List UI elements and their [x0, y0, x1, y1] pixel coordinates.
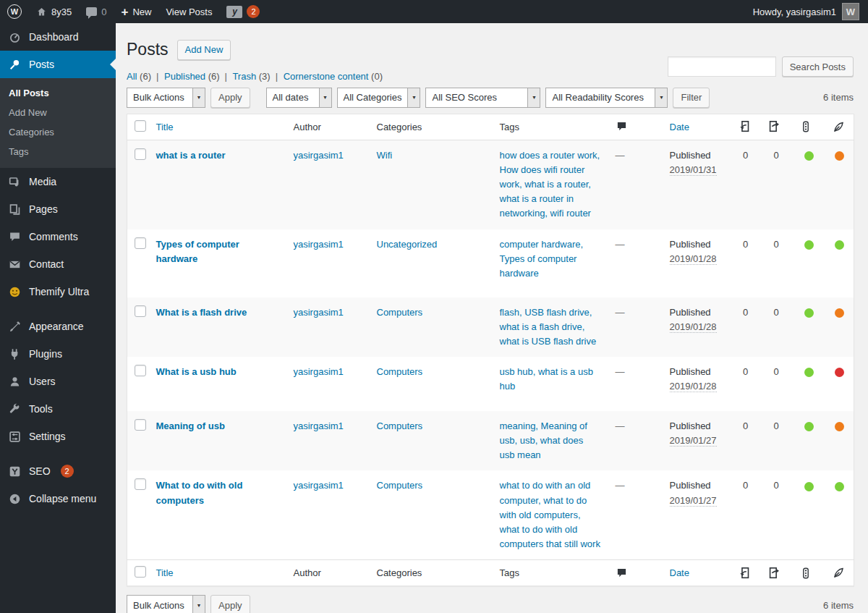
row-checkbox[interactable]: [135, 419, 146, 431]
category-link[interactable]: Uncategorized: [377, 239, 438, 250]
bulk-actions-select-bottom[interactable]: Bulk Actions ▼: [127, 595, 205, 613]
post-status: Published: [670, 150, 711, 161]
row-checkbox[interactable]: [135, 365, 146, 376]
admin-bar-yoast[interactable]: y 2: [219, 0, 267, 23]
sliders-icon: [7, 429, 22, 444]
view-cornerstone[interactable]: Cornerstone content: [284, 71, 369, 82]
post-title-link[interactable]: What to do with old computers: [156, 480, 243, 505]
sort-title-header[interactable]: Title: [156, 567, 174, 578]
post-title-link[interactable]: What is a usb hub: [156, 366, 237, 377]
comment-count: —: [616, 366, 625, 377]
tags-links[interactable]: usb hub, what is a usb hub: [500, 366, 593, 392]
sort-date-header[interactable]: Date: [670, 567, 689, 578]
post-title-link[interactable]: Meaning of usb: [156, 420, 225, 431]
sidebar-item-media[interactable]: Media: [0, 168, 116, 195]
sidebar-label: Posts: [29, 59, 54, 70]
row-checkbox[interactable]: [135, 305, 146, 317]
apply-button[interactable]: Apply: [210, 88, 250, 108]
tags-links[interactable]: how does a router work, How does wifi ro…: [500, 150, 600, 219]
sidebar-item-dashboard[interactable]: Dashboard: [0, 23, 116, 51]
sidebar-item-collapse-menu[interactable]: Collapse menu: [0, 485, 116, 512]
sidebar-label: Dashboard: [29, 31, 79, 43]
tags-links[interactable]: computer hardware, Types of computer har…: [500, 239, 584, 279]
submenu-all-posts[interactable]: All Posts: [0, 83, 116, 103]
account-menu[interactable]: Howdy, yasirgasim1 W: [744, 3, 868, 20]
view-posts-link[interactable]: View Posts: [158, 0, 219, 23]
view-trash[interactable]: Trash: [232, 71, 256, 82]
sidebar-item-posts[interactable]: Posts: [0, 51, 116, 78]
author-link[interactable]: yasirgasim1: [294, 150, 344, 161]
links-out-count: 0: [773, 480, 778, 491]
sidebar-item-plugins[interactable]: Plugins: [0, 340, 116, 368]
row-checkbox[interactable]: [135, 148, 146, 160]
apply-button-bottom[interactable]: Apply: [210, 595, 250, 613]
post-title-link[interactable]: What is a flash drive: [156, 307, 247, 318]
author-link[interactable]: yasirgasim1: [294, 480, 344, 491]
sidebar-item-contact[interactable]: Contact: [0, 250, 116, 278]
row-checkbox[interactable]: [135, 237, 146, 249]
chevron-down-icon: ▼: [192, 88, 205, 107]
seo-score-dot: [804, 482, 814, 491]
category-link[interactable]: Computers: [377, 420, 423, 431]
author-link[interactable]: yasirgasim1: [294, 307, 344, 318]
sidebar-item-settings[interactable]: Settings: [0, 423, 116, 450]
post-date: 2019/01/27: [670, 435, 717, 447]
dates-filter-select[interactable]: All dates ▼: [266, 88, 332, 108]
bulk-actions-select[interactable]: Bulk Actions ▼: [127, 88, 205, 108]
menu-separator: [0, 450, 116, 457]
sidebar-item-pages[interactable]: Pages: [0, 195, 116, 223]
sidebar-item-tools[interactable]: Tools: [0, 395, 116, 423]
sidebar-label: Comments: [29, 231, 78, 242]
readability-score-dot: [835, 308, 844, 318]
category-link[interactable]: Computers: [377, 366, 423, 377]
submenu-tags[interactable]: Tags: [0, 142, 116, 161]
search-posts-button[interactable]: Search Posts: [782, 56, 854, 77]
category-link[interactable]: Wifi: [377, 150, 393, 161]
author-link[interactable]: yasirgasim1: [294, 366, 344, 377]
author-header: Author: [286, 114, 370, 140]
author-link[interactable]: yasirgasim1: [294, 420, 344, 431]
submenu-add-new[interactable]: Add New: [0, 103, 116, 122]
readability-score-dot: [835, 151, 844, 161]
site-name-menu[interactable]: 8y35: [29, 0, 79, 23]
readability-scores-filter-select[interactable]: All Readability Scores ▼: [545, 88, 668, 108]
admin-bar-comments[interactable]: 0: [79, 0, 114, 23]
admin-bar-new[interactable]: + New: [114, 0, 158, 23]
sort-title-header[interactable]: Title: [156, 122, 174, 132]
select-all-checkbox[interactable]: [135, 566, 146, 578]
posts-table: Title Author Categories Tags Date what i…: [127, 114, 854, 586]
sidebar-item-users[interactable]: Users: [0, 368, 116, 395]
table-row: What to do with old computers yasirgasim…: [127, 470, 854, 559]
post-title-link[interactable]: what is a router: [156, 150, 226, 161]
tags-links[interactable]: meaning, Meaning of usb, usb, what does …: [500, 420, 587, 460]
tags-links[interactable]: flash, USB flash drive, what is a flash …: [500, 307, 597, 347]
seo-scores-filter-select[interactable]: All SEO Scores ▼: [425, 88, 540, 108]
post-title-link[interactable]: Types of computer hardware: [156, 239, 239, 264]
seo-score-dot: [804, 422, 814, 431]
add-new-button[interactable]: Add New: [177, 40, 231, 60]
sidebar-label: Plugins: [29, 348, 62, 360]
view-published[interactable]: Published: [164, 71, 205, 82]
post-status: Published: [670, 366, 711, 377]
site-name: 8y35: [51, 7, 72, 17]
tags-links[interactable]: what to do with an old computer, what to…: [500, 480, 600, 549]
sidebar-item-seo[interactable]: SEO 2: [0, 457, 116, 485]
view-all[interactable]: All: [127, 71, 137, 82]
row-checkbox[interactable]: [135, 478, 146, 490]
admin-bar-comment-count: 0: [101, 7, 106, 17]
submenu-categories[interactable]: Categories: [0, 122, 116, 142]
category-link[interactable]: Computers: [377, 480, 423, 491]
category-link[interactable]: Computers: [377, 307, 423, 318]
select-all-checkbox[interactable]: [135, 120, 146, 132]
search-input[interactable]: [668, 56, 776, 77]
wordpress-logo-menu[interactable]: W: [0, 0, 29, 23]
sidebar-item-themify-ultra[interactable]: Themify Ultra: [0, 278, 116, 305]
yoast-seo-icon: [7, 464, 22, 478]
sidebar-item-appearance[interactable]: Appearance: [0, 313, 116, 340]
categories-filter-select[interactable]: All Categories ▼: [337, 88, 421, 108]
table-row: what is a router yasirgasim1 Wifi how do…: [127, 140, 854, 229]
sort-date-header[interactable]: Date: [670, 122, 689, 132]
filter-button[interactable]: Filter: [673, 88, 710, 108]
author-link[interactable]: yasirgasim1: [294, 239, 344, 250]
sidebar-item-comments[interactable]: Comments: [0, 223, 116, 250]
